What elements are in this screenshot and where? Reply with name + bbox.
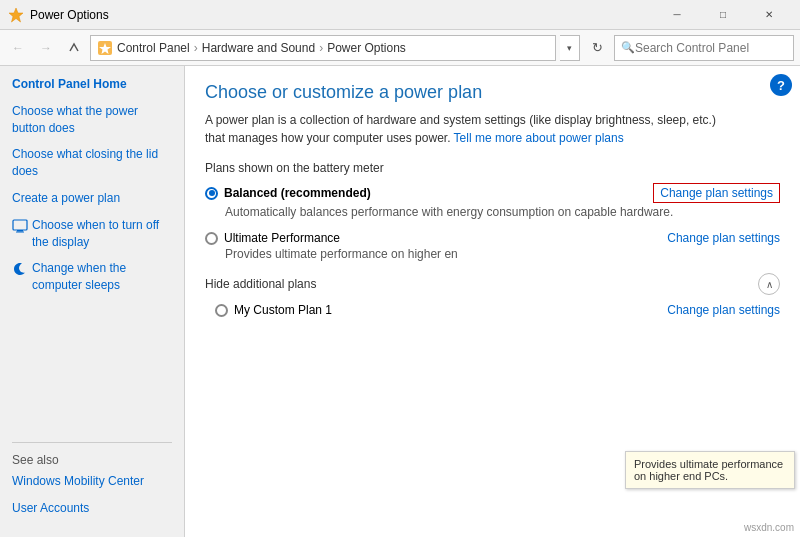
sidebar-item-home[interactable]: Control Panel Home bbox=[12, 76, 172, 93]
breadcrumb-sep-1: › bbox=[194, 41, 198, 55]
sidebar-item-turn-off-display[interactable]: Choose when to turn off the display bbox=[12, 217, 172, 251]
sidebar-item-sleeps[interactable]: Change when the computer sleeps bbox=[12, 260, 172, 294]
balanced-description: Automatically balances performance with … bbox=[225, 205, 780, 219]
app-icon bbox=[8, 7, 24, 23]
sidebar-item-create-plan[interactable]: Create a power plan bbox=[12, 190, 172, 207]
see-also-title: See also bbox=[12, 453, 172, 467]
sidebar-item-mobility-center[interactable]: Windows Mobility Center bbox=[12, 473, 172, 490]
watermark: wsxdn.com bbox=[744, 522, 794, 533]
breadcrumb-power-options: Power Options bbox=[327, 41, 406, 55]
plan-item-balanced: Balanced (recommended) Change plan setti… bbox=[205, 183, 780, 219]
up-button[interactable] bbox=[62, 36, 86, 60]
forward-button[interactable]: → bbox=[34, 36, 58, 60]
window-title: Power Options bbox=[30, 8, 654, 22]
content-description: A power plan is a collection of hardware… bbox=[205, 111, 725, 147]
minimize-button[interactable]: ─ bbox=[654, 0, 700, 30]
tooltip-text: Provides ultimate performance on higher … bbox=[634, 458, 783, 482]
plan-label-custom: My Custom Plan 1 bbox=[215, 303, 332, 317]
plan-header-ultimate: Ultimate Performance Change plan setting… bbox=[205, 231, 780, 245]
breadcrumb-hardware-sound[interactable]: Hardware and Sound bbox=[202, 41, 315, 55]
breadcrumb-sep-2: › bbox=[319, 41, 323, 55]
plan-header-balanced: Balanced (recommended) Change plan setti… bbox=[205, 183, 780, 203]
svg-marker-0 bbox=[9, 8, 23, 22]
search-icon: 🔍 bbox=[621, 41, 635, 54]
plan-label-balanced: Balanced (recommended) bbox=[205, 186, 371, 200]
radio-balanced[interactable] bbox=[205, 187, 218, 200]
sidebar: Control Panel Home Choose what the power… bbox=[0, 66, 185, 537]
radio-custom[interactable] bbox=[215, 304, 228, 317]
maximize-button[interactable]: □ bbox=[700, 0, 746, 30]
plan-item-custom: My Custom Plan 1 Change plan settings bbox=[215, 303, 780, 317]
balanced-label-text: Balanced (recommended) bbox=[224, 186, 371, 200]
main-layout: Control Panel Home Choose what the power… bbox=[0, 66, 800, 537]
see-also-section: See also Windows Mobility Center User Ac… bbox=[12, 442, 172, 527]
page-title: Choose or customize a power plan bbox=[205, 82, 780, 103]
hide-plans-header: Hide additional plans ∧ bbox=[205, 273, 780, 295]
ultimate-label-text: Ultimate Performance bbox=[224, 231, 340, 245]
window-controls: ─ □ ✕ bbox=[654, 0, 792, 30]
sidebar-item-power-button[interactable]: Choose what the power button does bbox=[12, 103, 172, 137]
search-box: 🔍 bbox=[614, 35, 794, 61]
back-button[interactable]: ← bbox=[6, 36, 30, 60]
breadcrumb-control-panel[interactable]: Control Panel bbox=[117, 41, 190, 55]
moon-icon bbox=[12, 261, 28, 277]
sidebar-item-closing-lid[interactable]: Choose what closing the lid does bbox=[12, 146, 172, 180]
custom-label-text: My Custom Plan 1 bbox=[234, 303, 332, 317]
search-input[interactable] bbox=[635, 41, 775, 55]
computer-sleeps-link[interactable]: Change when the computer sleeps bbox=[32, 260, 172, 294]
section-label: Plans shown on the battery meter bbox=[205, 161, 780, 175]
breadcrumb-dropdown[interactable]: ▾ bbox=[560, 35, 580, 61]
refresh-button[interactable]: ↻ bbox=[584, 35, 610, 61]
hide-plans-toggle[interactable]: ∧ bbox=[758, 273, 780, 295]
radio-ultimate[interactable] bbox=[205, 232, 218, 245]
svg-rect-3 bbox=[13, 220, 27, 230]
plan-item-ultimate: Ultimate Performance Change plan setting… bbox=[205, 231, 780, 261]
hide-plans-label: Hide additional plans bbox=[205, 277, 316, 291]
change-plan-balanced[interactable]: Change plan settings bbox=[653, 183, 780, 203]
sidebar-item-user-accounts[interactable]: User Accounts bbox=[12, 500, 172, 517]
content-area: ? Choose or customize a power plan A pow… bbox=[185, 66, 800, 537]
plan-label-ultimate: Ultimate Performance bbox=[205, 231, 340, 245]
tooltip-box: Provides ultimate performance on higher … bbox=[625, 451, 795, 489]
svg-rect-5 bbox=[16, 231, 24, 232]
svg-rect-4 bbox=[17, 230, 23, 232]
change-plan-ultimate[interactable]: Change plan settings bbox=[667, 231, 780, 245]
tell-me-more-link[interactable]: Tell me more about power plans bbox=[454, 131, 624, 145]
address-bar: ← → Control Panel › Hardware and Sound ›… bbox=[0, 30, 800, 66]
monitor-icon bbox=[12, 218, 28, 234]
help-button[interactable]: ? bbox=[770, 74, 792, 96]
title-bar: Power Options ─ □ ✕ bbox=[0, 0, 800, 30]
change-plan-custom[interactable]: Change plan settings bbox=[667, 303, 780, 317]
plan-header-custom: My Custom Plan 1 Change plan settings bbox=[215, 303, 780, 317]
ultimate-description: Provides ultimate performance on higher … bbox=[225, 247, 780, 261]
breadcrumb-bar: Control Panel › Hardware and Sound › Pow… bbox=[90, 35, 556, 61]
close-button[interactable]: ✕ bbox=[746, 0, 792, 30]
turn-off-display-link[interactable]: Choose when to turn off the display bbox=[32, 217, 172, 251]
